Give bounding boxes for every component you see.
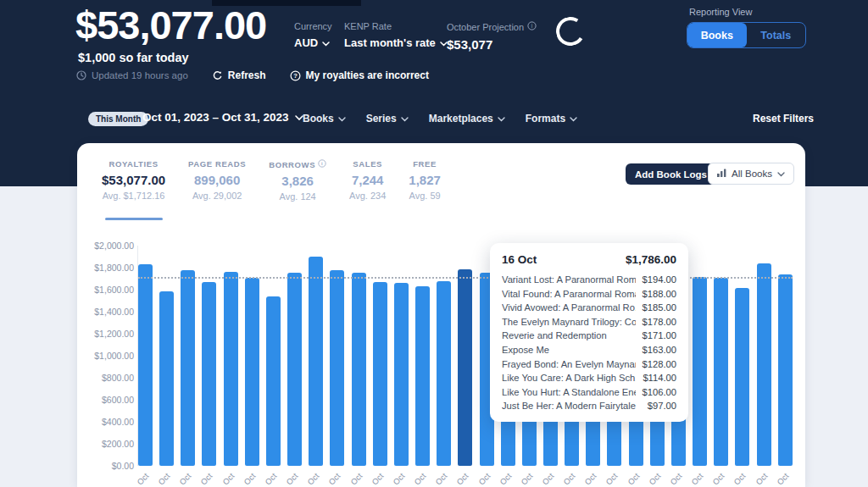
svg-text:?: ? [293, 72, 298, 80]
filter-dropdown[interactable]: Marketplaces [429, 113, 505, 125]
total-royalties: $53,077.00 [75, 2, 266, 48]
x-axis-tick-label: Oct [415, 471, 430, 486]
tooltip-book-row: Frayed Bond: An Evelyn Maynar... $128.00 [502, 357, 676, 372]
bar-day-31[interactable] [778, 274, 793, 466]
tooltip-book-row: The Evelyn Maynard Trilogy: Co... $178.0… [502, 315, 676, 329]
x-axis-tick-label: Oct [352, 471, 366, 486]
tooltip-book-row: Just Be Her: A Modern Fairytale... $97.0… [502, 399, 676, 413]
bar-day-10[interactable] [330, 270, 344, 466]
chevron-down-icon [401, 113, 409, 125]
svg-text:i: i [531, 23, 532, 29]
x-axis-tick-label: Oct [671, 471, 686, 486]
bar-day-8[interactable] [287, 273, 302, 466]
bar-day-29[interactable] [735, 288, 749, 466]
chevron-down-icon [498, 113, 505, 125]
x-axis-tick-label: Oct [565, 471, 579, 486]
bar-day-1[interactable] [138, 264, 153, 466]
chevron-down-icon [338, 113, 346, 125]
bar-day-7[interactable] [266, 296, 281, 466]
x-axis-tick-label: Oct [330, 471, 344, 486]
bar-day-12[interactable] [373, 282, 387, 466]
kenp-rate-value: Last month's rate [344, 36, 436, 49]
refresh-icon [212, 70, 223, 81]
y-axis-tick-label: $1,600.00 [86, 285, 134, 295]
kenp-rate-label: KENP Rate [344, 21, 448, 31]
y-axis-tick-label: $400.00 [86, 417, 134, 427]
x-axis: OctOctOctOctOctOctOctOctOctOctOctOctOctO… [138, 471, 793, 486]
royalties-incorrect-link[interactable]: ? My royalties are incorrect [290, 69, 429, 81]
report-card: ROYALTIES i $53,077.00 Avg. $1,712.16 PA… [77, 143, 805, 487]
info-circle-icon[interactable]: i [527, 21, 537, 32]
x-axis-tick-label: Oct [501, 471, 515, 486]
x-axis-tick-label: Oct [778, 471, 793, 486]
clock-icon [76, 70, 86, 80]
bar-day-27[interactable] [693, 277, 707, 466]
bar-day-14[interactable] [415, 286, 430, 466]
chart-bars [138, 246, 793, 466]
reporting-view-label: Reporting View [689, 7, 752, 17]
x-axis-tick-label: Oct [629, 471, 643, 486]
x-axis-tick-label: Oct [202, 471, 216, 486]
tooltip-total: $1,786.00 [626, 253, 676, 266]
x-axis-tick-label: Oct [309, 471, 323, 486]
last-updated: Updated 19 hours ago [76, 70, 188, 80]
bar-day-2[interactable] [159, 291, 174, 466]
bar-day-4[interactable] [202, 282, 216, 466]
bar-day-30[interactable] [757, 263, 771, 466]
help-circle-icon: ? [290, 70, 301, 81]
bar-day-28[interactable] [714, 278, 728, 466]
y-axis-tick-label: $1,400.00 [86, 307, 134, 317]
x-axis-tick-label: Oct [607, 471, 621, 486]
x-axis-tick-label: Oct [693, 471, 707, 486]
x-axis-tick-label: Oct [714, 471, 728, 486]
filter-dropdown[interactable]: Formats [526, 113, 577, 125]
x-axis-tick-label: Oct [480, 471, 494, 486]
average-line [138, 277, 793, 279]
tooltip-book-row: Variant Lost: A Paranormal Rom... $194.0… [502, 273, 676, 287]
x-axis-tick-label: Oct [458, 471, 472, 486]
royalties-bar-chart: $2,000.00$1,800.00$1,600.00$1,400.00$1,2… [77, 143, 805, 487]
currency-select[interactable]: Currency AUD [294, 21, 332, 49]
x-axis-tick-label: Oct [159, 471, 174, 486]
y-axis-tick-label: $1,200.00 [86, 329, 134, 339]
bar-day-3[interactable] [181, 270, 195, 466]
tooltip-book-row: Like You Care: A Dark High Sch... $114.0… [502, 371, 676, 385]
x-axis-tick-label: Oct [735, 471, 749, 486]
filter-dropdown[interactable]: Books [303, 113, 346, 125]
bar-day-15[interactable] [437, 281, 451, 466]
period-badge: This Month [88, 112, 148, 126]
bar-highlighted-16-oct[interactable] [458, 269, 472, 466]
x-axis-tick-label: Oct [394, 471, 409, 486]
y-axis-tick-label: $800.00 [86, 373, 134, 383]
x-axis-tick-label: Oct [138, 471, 153, 486]
tooltip-date: 16 Oct [502, 253, 537, 266]
books-view-button[interactable]: Books [687, 23, 747, 47]
filter-dropdowns: Books Series Marketplaces Format [303, 113, 577, 125]
filter-dropdown[interactable]: Series [366, 113, 409, 125]
kenp-rate-select[interactable]: KENP Rate Last month's rate [344, 21, 448, 49]
x-axis-tick-label: Oct [181, 471, 195, 486]
x-axis-tick-label: Oct [266, 471, 281, 486]
bar-day-13[interactable] [394, 283, 409, 466]
date-range-select[interactable]: Oct 01, 2023 – Oct 31, 2023 [142, 111, 303, 124]
x-axis-tick-label: Oct [437, 471, 451, 486]
totals-view-button[interactable]: Totals [747, 23, 806, 47]
y-axis-tick-label: $200.00 [86, 439, 134, 449]
reporting-view-toggle: Books Totals [687, 22, 806, 48]
y-axis-tick-label: $1,000.00 [86, 351, 134, 361]
bar-day-9[interactable] [309, 257, 323, 466]
bar-day-11[interactable] [352, 273, 366, 466]
x-axis-tick-label: Oct [757, 471, 771, 486]
x-axis-tick-label: Oct [224, 471, 238, 486]
reset-filters-button[interactable]: Reset Filters [753, 113, 814, 125]
royalties-dashboard: $53,077.00 $1,000 so far today Updated 1… [0, 0, 868, 487]
x-axis-tick-label: Oct [373, 471, 387, 486]
bar-day-5[interactable] [224, 272, 238, 466]
today-royalties-note: $1,000 so far today [78, 51, 189, 64]
x-axis-tick-label: Oct [245, 471, 259, 486]
y-axis-tick-label: $600.00 [86, 395, 134, 405]
y-axis-tick-label: $0.00 [86, 461, 134, 471]
bar-day-6[interactable] [245, 278, 259, 466]
refresh-button[interactable]: Refresh [212, 69, 266, 81]
tooltip-book-row: Reverie and Redemption $171.00 [502, 329, 676, 343]
